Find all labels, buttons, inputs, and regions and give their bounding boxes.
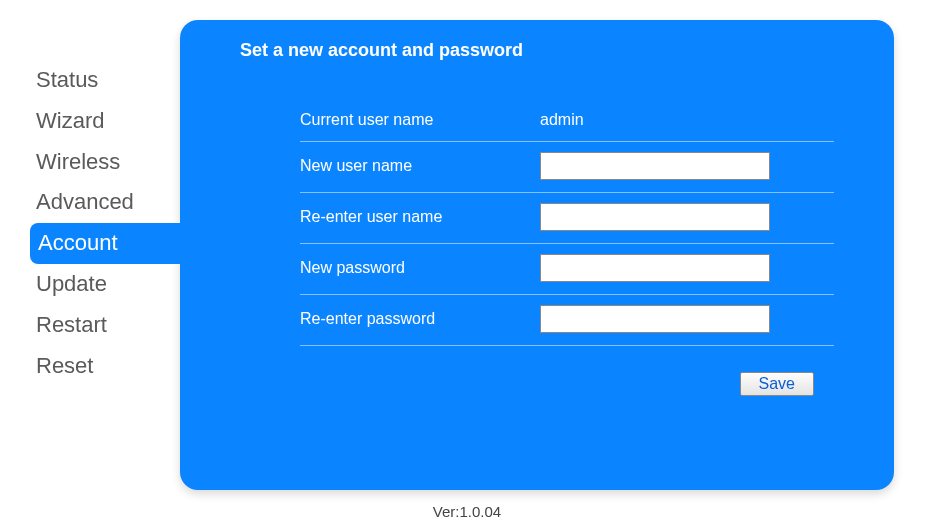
row-current-user: Current user name admin (300, 101, 834, 142)
sidebar-item-restart[interactable]: Restart (30, 305, 180, 346)
reenter-user-input[interactable] (540, 203, 770, 231)
sidebar-item-advanced[interactable]: Advanced (30, 182, 180, 223)
new-password-input[interactable] (540, 254, 770, 282)
sidebar-item-update[interactable]: Update (30, 264, 180, 305)
current-user-value: admin (540, 111, 584, 129)
account-form: Current user name admin New user name Re… (240, 101, 854, 396)
current-user-label: Current user name (300, 111, 540, 129)
save-button[interactable]: Save (740, 372, 814, 396)
reenter-password-label: Re-enter password (300, 310, 540, 328)
sidebar: Status Wizard Wireless Advanced Account … (30, 20, 180, 490)
sidebar-item-wireless[interactable]: Wireless (30, 142, 180, 183)
row-new-password: New password (300, 244, 834, 295)
row-reenter-user: Re-enter user name (300, 193, 834, 244)
reenter-password-input[interactable] (540, 305, 770, 333)
sidebar-item-status[interactable]: Status (30, 60, 180, 101)
row-new-user: New user name (300, 142, 834, 193)
row-reenter-password: Re-enter password (300, 295, 834, 346)
sidebar-item-reset[interactable]: Reset (30, 346, 180, 387)
sidebar-item-account[interactable]: Account (30, 223, 200, 264)
account-panel: Set a new account and password Current u… (180, 20, 894, 490)
button-row: Save (300, 346, 834, 396)
new-password-label: New password (300, 259, 540, 277)
sidebar-item-wizard[interactable]: Wizard (30, 101, 180, 142)
panel-title: Set a new account and password (240, 40, 854, 61)
reenter-user-label: Re-enter user name (300, 208, 540, 226)
new-user-input[interactable] (540, 152, 770, 180)
version-label: Ver:1.0.04 (433, 503, 501, 520)
new-user-label: New user name (300, 157, 540, 175)
